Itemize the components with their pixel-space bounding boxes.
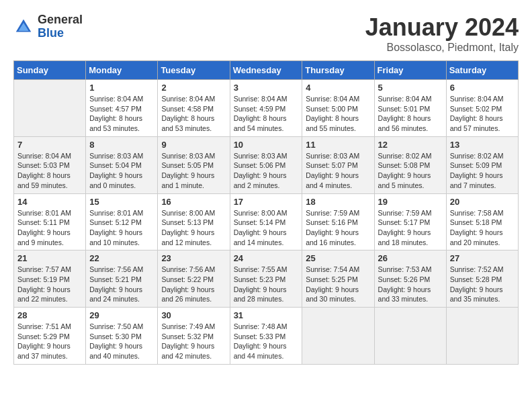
day-info: Sunrise: 7:50 AMSunset: 5:30 PMDaylight:… [89,322,154,361]
day-info: Sunrise: 8:03 AMSunset: 5:04 PMDaylight:… [89,151,154,191]
day-info: Sunrise: 8:00 AMSunset: 5:13 PMDaylight:… [161,208,226,248]
calendar-cell: 27Sunrise: 7:52 AMSunset: 5:28 PMDayligh… [446,250,518,308]
day-number: 3 [234,83,299,93]
day-number: 10 [234,140,299,150]
calendar-cell: 6Sunrise: 8:04 AMSunset: 5:02 PMDaylight… [446,80,518,137]
day-info: Sunrise: 7:52 AMSunset: 5:28 PMDaylight:… [450,265,515,304]
calendar-cell [446,308,518,365]
calendar-cell: 5Sunrise: 8:04 AMSunset: 5:01 PMDaylight… [374,80,446,137]
day-info: Sunrise: 8:04 AMSunset: 5:03 PMDaylight:… [17,151,82,191]
calendar-cell: 15Sunrise: 8:01 AMSunset: 5:12 PMDayligh… [86,193,158,250]
day-info: Sunrise: 7:58 AMSunset: 5:18 PMDaylight:… [450,208,515,248]
logo-blue-text: Blue [38,27,83,40]
calendar-cell: 20Sunrise: 7:58 AMSunset: 5:18 PMDayligh… [446,193,518,250]
weekday-header-monday: Monday [86,61,158,80]
calendar-cell: 25Sunrise: 7:54 AMSunset: 5:25 PMDayligh… [302,250,374,308]
day-number: 6 [450,83,515,93]
day-number: 17 [234,197,299,207]
calendar-cell: 2Sunrise: 8:04 AMSunset: 4:58 PMDaylight… [158,80,230,137]
day-info: Sunrise: 7:59 AMSunset: 5:17 PMDaylight:… [378,208,443,248]
day-info: Sunrise: 8:04 AMSunset: 4:58 PMDaylight:… [161,94,226,134]
day-info: Sunrise: 8:02 AMSunset: 5:08 PMDaylight:… [378,151,443,191]
day-number: 27 [450,253,515,263]
day-number: 19 [378,197,443,207]
week-row-2: 7Sunrise: 8:04 AMSunset: 5:03 PMDaylight… [14,136,519,193]
day-info: Sunrise: 8:04 AMSunset: 5:01 PMDaylight:… [378,94,443,134]
day-info: Sunrise: 7:56 AMSunset: 5:21 PMDaylight:… [89,265,154,304]
day-number: 5 [378,83,443,93]
day-number: 7 [17,140,82,150]
day-number: 29 [89,310,154,320]
calendar-cell: 16Sunrise: 8:00 AMSunset: 5:13 PMDayligh… [158,193,230,250]
day-info: Sunrise: 7:54 AMSunset: 5:25 PMDaylight:… [306,265,370,304]
day-info: Sunrise: 8:03 AMSunset: 5:06 PMDaylight:… [234,151,299,191]
day-number: 18 [306,197,370,207]
day-number: 23 [161,253,226,263]
logo-icon [13,17,34,37]
calendar-cell: 28Sunrise: 7:51 AMSunset: 5:29 PMDayligh… [14,308,86,365]
day-info: Sunrise: 8:04 AMSunset: 5:02 PMDaylight:… [450,94,515,134]
day-number: 31 [234,310,299,320]
weekday-header-saturday: Saturday [446,61,518,80]
calendar-cell [14,80,86,137]
day-number: 24 [234,253,299,263]
day-number: 28 [17,310,82,320]
day-info: Sunrise: 8:04 AMSunset: 5:00 PMDaylight:… [306,94,370,134]
day-number: 1 [89,83,154,93]
day-number: 2 [161,83,226,93]
day-number: 9 [161,140,226,150]
day-number: 30 [161,310,226,320]
day-number: 14 [17,197,82,207]
calendar-cell: 13Sunrise: 8:02 AMSunset: 5:09 PMDayligh… [446,136,518,193]
day-number: 25 [306,253,370,263]
day-info: Sunrise: 7:56 AMSunset: 5:22 PMDaylight:… [161,265,226,304]
weekday-header-tuesday: Tuesday [158,61,230,80]
day-number: 8 [89,140,154,150]
day-info: Sunrise: 7:57 AMSunset: 5:19 PMDaylight:… [17,265,82,304]
calendar-cell: 19Sunrise: 7:59 AMSunset: 5:17 PMDayligh… [374,193,446,250]
day-info: Sunrise: 8:02 AMSunset: 5:09 PMDaylight:… [450,151,515,191]
day-number: 11 [306,140,370,150]
calendar-title: January 2024 [365,13,519,42]
day-info: Sunrise: 7:59 AMSunset: 5:16 PMDaylight:… [306,208,370,248]
week-row-1: 1Sunrise: 8:04 AMSunset: 4:57 PMDaylight… [14,80,519,137]
calendar-subtitle: Bossolasco, Piedmont, Italy [365,42,519,54]
day-info: Sunrise: 7:48 AMSunset: 5:33 PMDaylight:… [234,322,299,361]
calendar-cell: 31Sunrise: 7:48 AMSunset: 5:33 PMDayligh… [230,308,302,365]
calendar-cell: 14Sunrise: 8:01 AMSunset: 5:11 PMDayligh… [14,193,86,250]
calendar-cell: 1Sunrise: 8:04 AMSunset: 4:57 PMDaylight… [86,80,158,137]
calendar-cell: 21Sunrise: 7:57 AMSunset: 5:19 PMDayligh… [14,250,86,308]
calendar-cell: 17Sunrise: 8:00 AMSunset: 5:14 PMDayligh… [230,193,302,250]
logo: General Blue [13,13,83,40]
day-info: Sunrise: 8:03 AMSunset: 5:07 PMDaylight:… [306,151,370,191]
weekday-header-wednesday: Wednesday [230,61,302,80]
calendar-cell: 29Sunrise: 7:50 AMSunset: 5:30 PMDayligh… [86,308,158,365]
calendar-cell: 23Sunrise: 7:56 AMSunset: 5:22 PMDayligh… [158,250,230,308]
week-row-5: 28Sunrise: 7:51 AMSunset: 5:29 PMDayligh… [14,308,519,365]
calendar-cell [374,308,446,365]
calendar-cell: 8Sunrise: 8:03 AMSunset: 5:04 PMDaylight… [86,136,158,193]
calendar-cell: 11Sunrise: 8:03 AMSunset: 5:07 PMDayligh… [302,136,374,193]
day-info: Sunrise: 7:49 AMSunset: 5:32 PMDaylight:… [161,322,226,361]
day-number: 16 [161,197,226,207]
day-number: 13 [450,140,515,150]
calendar-cell: 4Sunrise: 8:04 AMSunset: 5:00 PMDaylight… [302,80,374,137]
day-info: Sunrise: 7:55 AMSunset: 5:23 PMDaylight:… [234,265,299,304]
calendar-table: SundayMondayTuesdayWednesdayThursdayFrid… [13,60,519,365]
weekday-header-sunday: Sunday [14,61,86,80]
calendar-cell: 18Sunrise: 7:59 AMSunset: 5:16 PMDayligh… [302,193,374,250]
day-number: 4 [306,83,370,93]
calendar-cell: 9Sunrise: 8:03 AMSunset: 5:05 PMDaylight… [158,136,230,193]
calendar-cell [302,308,374,365]
header: General Blue January 2024 Bossolasco, Pi… [13,13,519,54]
day-info: Sunrise: 8:01 AMSunset: 5:12 PMDaylight:… [89,208,154,248]
calendar-cell: 12Sunrise: 8:02 AMSunset: 5:08 PMDayligh… [374,136,446,193]
weekday-header-thursday: Thursday [302,61,374,80]
title-section: January 2024 Bossolasco, Piedmont, Italy [365,13,519,54]
day-number: 15 [89,197,154,207]
calendar-cell: 22Sunrise: 7:56 AMSunset: 5:21 PMDayligh… [86,250,158,308]
day-number: 21 [17,253,82,263]
calendar-cell: 10Sunrise: 8:03 AMSunset: 5:06 PMDayligh… [230,136,302,193]
weekday-header-row: SundayMondayTuesdayWednesdayThursdayFrid… [14,61,519,80]
day-info: Sunrise: 8:01 AMSunset: 5:11 PMDaylight:… [17,208,82,248]
